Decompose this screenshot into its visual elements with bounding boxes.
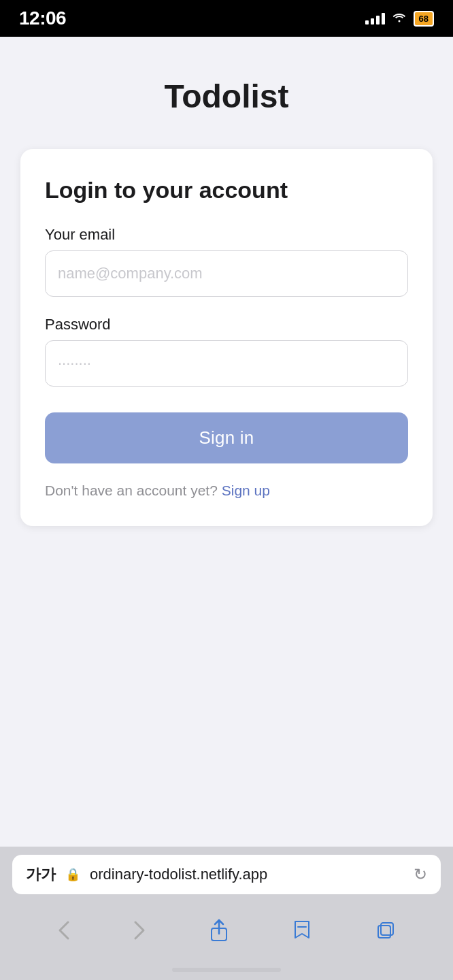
signal-icon <box>365 12 385 24</box>
battery-indicator: 68 <box>414 11 434 27</box>
sign-up-link[interactable]: Sign up <box>222 483 270 498</box>
lock-icon: 🔒 <box>65 867 80 882</box>
app-title: Todolist <box>164 78 288 115</box>
login-heading: Login to your account <box>45 176 408 204</box>
no-account-text: Don't have an account yet? <box>45 483 218 498</box>
email-input[interactable] <box>45 250 408 297</box>
password-label: Password <box>45 316 408 333</box>
signup-row: Don't have an account yet? Sign up <box>45 483 408 499</box>
main-content: Todolist Login to your account Your emai… <box>0 37 453 847</box>
bookmarks-button[interactable] <box>279 913 325 947</box>
tabs-button[interactable] <box>361 915 409 946</box>
wifi-icon <box>392 12 407 26</box>
email-form-group: Your email <box>45 226 408 297</box>
home-indicator <box>172 968 281 972</box>
svg-rect-2 <box>381 923 393 935</box>
status-time: 12:06 <box>19 7 66 29</box>
address-bar[interactable]: 가가 🔒 ordinary-todolist.netlify.app ↻ <box>12 855 441 894</box>
password-input[interactable] <box>45 340 408 387</box>
email-label: Your email <box>45 226 408 244</box>
svg-rect-1 <box>378 926 390 938</box>
reload-button[interactable]: ↻ <box>414 865 427 884</box>
url-text[interactable]: ordinary-todolist.netlify.app <box>90 866 404 883</box>
font-size-button[interactable]: 가가 <box>26 864 56 885</box>
browser-bar: 가가 🔒 ordinary-todolist.netlify.app ↻ <box>0 847 453 980</box>
password-form-group: Password <box>45 316 408 387</box>
bottom-nav <box>12 904 441 961</box>
lock-icon-wrap: 🔒 <box>65 867 80 882</box>
sign-in-button[interactable]: Sign in <box>45 412 408 463</box>
status-icons: 68 <box>365 11 434 27</box>
back-button[interactable] <box>44 915 84 946</box>
forward-button[interactable] <box>120 915 159 946</box>
share-button[interactable] <box>196 913 242 947</box>
status-bar: 12:06 68 <box>0 0 453 37</box>
login-card: Login to your account Your email Passwor… <box>20 149 433 526</box>
